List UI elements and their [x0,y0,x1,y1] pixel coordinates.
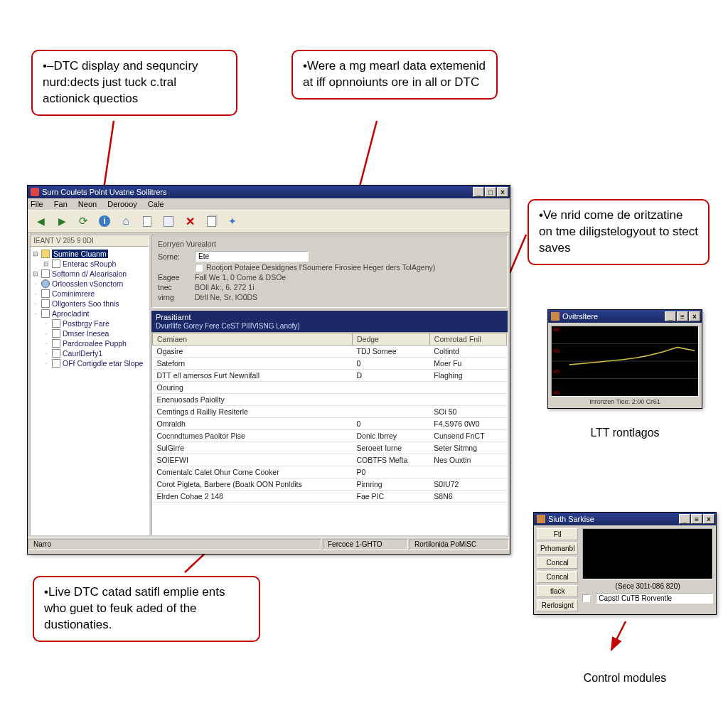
info-button[interactable]: i [96,213,113,230]
table-row[interactable]: OgasireTDJ SorneeColtintd [153,346,507,358]
tree-item-2[interactable]: ⊟Softomn d/ Alearisalon [32,269,147,279]
doc-button[interactable] [139,213,156,230]
menu-deroooy[interactable]: Deroooy [107,200,137,208]
col-header[interactable]: Comrotad Fnil [429,333,506,346]
window-title: Surn Coulets Polnt Uvatne Sollitrers [42,188,473,196]
refresh-button[interactable]: ⟳ [75,213,92,230]
ctrl-button-0[interactable]: Ftl [537,528,578,540]
ctrl-button-5[interactable]: Rerlosignt [537,599,578,611]
nav-back-button[interactable]: ◀ [32,213,49,230]
scope-titlebar: Ovitrsltere _ ≡ × [548,310,702,323]
menubar: File Fan Neon Deroooy Cale [28,198,510,210]
scope-display: 4840 4540 [551,326,699,397]
table-row[interactable]: SulGirreSeroeet IurneSeter Sitmng [153,442,507,454]
scope-footer: Inronzen Tiee: 2:00 Gr61 [551,397,699,405]
table-row[interactable]: Cemtings d Railliy ResiterleSOi 50 [153,406,507,418]
ctrl-button-3[interactable]: Concal [537,571,578,583]
ctrl-button-2[interactable]: Concal [537,557,578,569]
close-button[interactable]: × [497,187,508,197]
ctrl-button-4[interactable]: tlack [537,585,578,597]
menu-cale[interactable]: Cale [148,200,164,208]
scope-minimize[interactable]: _ [665,311,676,321]
section-title: Prasitiarnt [156,313,191,321]
app-icon [31,188,39,196]
tree-item-1[interactable]: ⊟Enterac sRouph [32,259,147,269]
callout-4: •Live DTC catad satifl emplie ents who g… [33,576,260,642]
status-mid: Fercoce 1-GHTO [323,539,408,550]
tree-item-6[interactable]: ·Aprocladint [32,309,147,318]
ctrl-titlebar: Siuth Sarkise _ ≡ × [534,513,716,525]
scope-caption: LTT rontlagos [547,427,702,439]
detail-row-4: virngDtrll Ne, Sr, IO0DS [158,293,501,301]
scope-title: Ovitrsltere [562,312,665,321]
ctrl-title: Siuth Sarkise [548,515,679,523]
ctrl-minimize[interactable]: _ [679,514,690,524]
svg-line-5 [611,621,626,650]
ctrl-scope [582,528,713,579]
tree-item-5[interactable]: ·Ollgonters Soo thnis [32,299,147,309]
toolbar: ◀ ▶ ⟳ i ⌂ ✕ ✦ [28,210,510,232]
menu-file[interactable]: File [31,200,43,208]
detail-row-0: Sorne:Ete [158,251,501,262]
detail-panel: Eorryen Vurealort Sorne:EteRootjort Pota… [151,235,508,308]
tree-item-4[interactable]: ·Cominimrere [32,289,147,299]
table-row[interactable]: Omraldh0F4,S976 0W0 [153,418,507,430]
tree-pane: IEANT V 285 9 0DI ⊟Sumine Cluanm⊟Enterac… [30,235,149,535]
detail-row-1: Rootjort Potaiee Desidgnes l'Soumere Fir… [158,263,501,272]
section-header: Prasitiarnt Dvurllife Gorey Fere CeST PI… [151,311,508,332]
ctrl-close[interactable]: × [703,514,714,524]
ctrl-icon [537,515,545,523]
copy-button[interactable] [203,213,220,230]
tree-tab[interactable]: IEANT V 285 9 0DI [31,235,149,247]
tree-item-8[interactable]: ·Dmser Inesea [32,328,147,338]
detail-checkbox[interactable] [195,264,203,272]
tree-view[interactable]: ⊟Sumine Cluanm⊟Enterac sRouph⊟Softomn d/… [31,247,149,370]
ctrl-input[interactable] [596,593,713,604]
table-row[interactable]: Sateforn0Moer Fu [153,358,507,370]
scope-window: Ovitrsltere _ ≡ × 4840 4540 Inronzen Tie… [547,309,702,409]
tree-item-9[interactable]: ·Pardcroalee Pupph [32,338,147,348]
tool-button[interactable]: ✦ [224,213,241,230]
ctrl-checkbox[interactable] [582,594,590,602]
callout-1: •–DTC display and sequnciry nurd:dects j… [31,50,237,116]
col-header[interactable]: Camiaen [153,333,353,346]
ctrl-button-1[interactable]: Prhomanbl [537,542,578,555]
scope-close[interactable]: × [689,311,700,321]
table-row[interactable]: Elrden Cohae 2 148Fae PICS8N6 [153,491,507,503]
scope-maximize[interactable]: ≡ [677,311,688,321]
table-row[interactable]: Enenuosads Paiollty [153,394,507,406]
tree-item-3[interactable]: ·Orloosslen vSonctorn [32,279,147,289]
tree-item-0[interactable]: ⊟Sumine Cluanm [32,249,147,259]
table-row[interactable]: SOIEFWICOBTFS MeftaNes Ouxtin [153,454,507,466]
table-row[interactable]: Corot Pigleta, Barbere (Boatk OON Ponldi… [153,478,507,491]
tree-item-11[interactable]: ·OFf Cortigdle etar Slope [32,358,147,368]
ctrl-caption: Control modules [533,672,717,685]
home-button[interactable]: ⌂ [117,213,134,230]
col-header[interactable]: Dedge [353,333,430,346]
table-row[interactable]: DTT e/l amersos Furt NewnifallDFlaghing [153,370,507,382]
tree-item-10[interactable]: ·CaurlDerfy1 [32,348,147,358]
ctrl-window: Siuth Sarkise _ ≡ × FtlPrhomanblConcalCo… [533,512,717,615]
menu-fan[interactable]: Fan [54,200,68,208]
status-left: Narro [28,539,321,550]
table-row[interactable]: Oouring [153,382,507,394]
tree-item-7[interactable]: ·Postbrgy Fare [32,318,147,328]
maximize-button[interactable]: □ [485,187,496,197]
main-app-window: Surn Coulets Polnt Uvatne Sollitrers _ □… [27,185,510,555]
main-titlebar: Surn Coulets Polnt Uvatne Sollitrers _ □… [28,186,510,198]
delete-button[interactable]: ✕ [181,213,198,230]
table-row[interactable]: Cocnndtumes Paoitor PiseDonic IbrreyCuns… [153,430,507,442]
docs-button[interactable] [160,213,177,230]
callout-2: •Were a mg mearl data extemenid at iff o… [291,50,498,100]
nav-fwd-button[interactable]: ▶ [53,213,70,230]
ctrl-maximize[interactable]: ≡ [691,514,702,524]
data-table[interactable]: CamiaenDedgeComrotad Fnil OgasireTDJ Sor… [151,332,508,535]
detail-row-2: EageeFall We 1, 0 Come & DSOe [158,273,501,282]
minimize-button[interactable]: _ [473,187,484,197]
menu-neon[interactable]: Neon [78,200,97,208]
table-row[interactable]: Comentalc Calet Ohur Corne CookerP0 [153,466,507,478]
ctrl-opt-label: (Sece 301t-086 820) [582,582,713,590]
statusbar: Narro Fercoce 1-GHTO Rortilonida PoMiSC [28,537,510,550]
callout-3: •Ve nrid come de oritzatine on tme dilig… [528,199,710,265]
detail-group-title: Eorryen Vurealort [158,240,501,248]
